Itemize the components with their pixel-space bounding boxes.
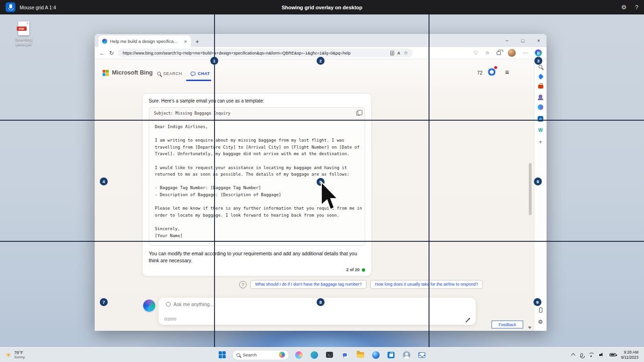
games-icon[interactable] <box>538 104 543 110</box>
bing-logo[interactable]: Microsoft Bing <box>103 69 153 76</box>
tab-chat[interactable]: CHAT <box>191 71 210 76</box>
terminal-app-button[interactable]: >_ <box>324 349 335 361</box>
add-favorite-star-icon[interactable]: ☆ <box>403 50 408 56</box>
grid-number-3: 3 <box>534 57 542 65</box>
grid-number-9: 9 <box>533 298 541 306</box>
page-scrollbar[interactable] <box>528 61 532 323</box>
bing-favicon <box>102 39 107 44</box>
new-tab-button[interactable]: + <box>195 38 199 45</box>
people-app-button[interactable] <box>401 349 412 361</box>
browser-essentials-icon[interactable]: ♡ <box>473 50 478 56</box>
people-icon[interactable] <box>539 95 542 98</box>
url-text: https://www.bing.com/search?q=Help+me+bu… <box>123 51 387 55</box>
microsoft-logo-icon <box>103 70 109 76</box>
bing-sidebar-icon[interactable] <box>535 49 542 56</box>
suggestion-chip[interactable]: What should I do if I don't have the bag… <box>250 280 367 289</box>
desktop-screen: Mouse grid A 1:4 Showing grid overlay on… <box>0 0 644 362</box>
character-counter: 0/2000 <box>164 317 176 321</box>
outlook-icon[interactable]: o <box>538 116 543 122</box>
mail-app-button[interactable] <box>416 349 428 361</box>
edge-browser-button[interactable] <box>370 349 381 361</box>
weather-condition: Sunny <box>14 355 25 360</box>
microphone-icon[interactable] <box>6 2 15 12</box>
tools-icon[interactable] <box>538 85 543 89</box>
browser-menu-ellipsis-icon[interactable]: ⋯ <box>523 50 528 56</box>
voice-access-title: Mouse grid A 1:4 <box>20 5 56 10</box>
scroll-down-arrow-icon[interactable] <box>528 327 532 329</box>
teams-chat-button[interactable] <box>339 349 351 361</box>
input-decoration-icon <box>166 302 171 307</box>
voice-access-status: Showing grid overlay on desktop <box>282 5 362 10</box>
pen-icon[interactable] <box>465 318 470 322</box>
tray-microphone-icon[interactable] <box>581 353 583 357</box>
terminal-icon: >_ <box>326 352 333 358</box>
sidebar-settings-icon[interactable]: ⚙ <box>538 319 543 325</box>
scrollbar-thumb[interactable] <box>529 163 532 215</box>
tray-chevron-up-icon[interactable] <box>571 353 575 358</box>
refresh-icon[interactable]: ↻ <box>109 50 114 56</box>
maximize-button[interactable]: □ <box>515 34 531 47</box>
sidebar-search-icon[interactable] <box>539 65 542 68</box>
wifi-icon[interactable] <box>588 353 594 357</box>
bing-chat-page: Microsoft Bing SEARCH CHAT 72 ≡ Sure. He… <box>95 59 534 331</box>
bing-chat-avatar[interactable] <box>143 300 155 312</box>
taskbar-search-box[interactable]: Search <box>232 350 289 360</box>
add-pane-icon[interactable]: + <box>539 139 542 145</box>
browser-tab[interactable]: Help me build a design specifica... × <box>98 35 191 47</box>
address-bar[interactable]: https://www.bing.com/search?q=Help+me+bu… <box>118 48 413 57</box>
email-body-text: Dear Indigo Airlines, I am writing to en… <box>149 119 365 245</box>
phone-link-icon[interactable] <box>539 307 542 313</box>
grid-number-1: 1 <box>210 57 218 65</box>
voice-help-icon[interactable]: ? <box>635 4 638 11</box>
hamburger-menu-icon[interactable]: ≡ <box>505 68 509 76</box>
weather-widget[interactable]: ☀ 78°F Sunny <box>0 350 30 360</box>
volume-icon[interactable] <box>599 353 604 357</box>
suggestion-chip[interactable]: How long does it usually take for the ai… <box>370 280 483 289</box>
mail-icon <box>418 352 425 358</box>
voice-access-bar: Mouse grid A 1:4 Showing grid overlay on… <box>0 0 644 14</box>
email-subject-line: Subject: Missing Baggage Inquiry <box>154 111 230 116</box>
taskbar-search-icon <box>236 353 240 357</box>
rewards-points[interactable]: 72 <box>477 70 483 75</box>
notification-dot <box>494 66 497 69</box>
file-explorer-button[interactable] <box>355 349 366 361</box>
microsoft-store-button[interactable] <box>386 349 397 361</box>
start-button[interactable] <box>217 349 228 361</box>
copy-icon[interactable] <box>356 111 360 116</box>
window-close-button[interactable]: × <box>531 34 547 47</box>
windows-logo-icon <box>219 351 226 359</box>
back-icon[interactable]: ← <box>99 50 105 56</box>
feedback-button[interactable]: Feedback <box>492 321 523 328</box>
answer-intro-text: Sure. Here's a sample email you can use … <box>149 98 365 103</box>
read-aloud-icon[interactable]: A <box>397 51 400 55</box>
pdf-file-icon: PDF <box>18 21 29 35</box>
grid-number-8: 8 <box>317 298 325 306</box>
chat-input[interactable] <box>173 300 374 309</box>
favorites-star-icon[interactable]: ☆ <box>485 50 490 56</box>
desktop-icon-boarding-pass[interactable]: PDF Boarding pass.pdf <box>8 21 39 46</box>
profile-avatar[interactable] <box>508 49 516 57</box>
collections-icon[interactable] <box>497 51 501 55</box>
grid-line-vertical <box>429 14 429 347</box>
system-tray: 9:28 AM 9/11/2023 <box>572 350 644 360</box>
wikipedia-icon[interactable]: W <box>538 128 542 133</box>
clock-time: 9:28 AM <box>624 350 638 355</box>
tab-close-icon[interactable]: × <box>184 39 187 44</box>
shopping-tag-icon[interactable] <box>538 74 544 80</box>
pdf-badge: PDF <box>17 27 27 31</box>
reading-mode-icon[interactable] <box>390 51 394 55</box>
taskbar-search-label: Search <box>243 352 276 357</box>
voice-settings-gear-icon[interactable]: ⚙ <box>621 4 627 11</box>
edge-dev-app-button[interactable] <box>309 349 320 361</box>
suggestion-row: ? What should I do if I don't have the b… <box>239 280 483 289</box>
grid-line-horizontal <box>0 120 644 121</box>
email-template-block: Subject: Missing Baggage Inquiry Dear In… <box>149 107 365 246</box>
desktop-icon-label: Boarding pass.pdf <box>8 37 39 46</box>
chat-bubble-icon <box>191 72 195 75</box>
chat-tab-underline <box>186 80 211 81</box>
taskbar-clock[interactable]: 9:28 AM 9/11/2023 <box>621 350 638 360</box>
copilot-app-button[interactable] <box>293 349 305 361</box>
minimize-button[interactable]: − <box>499 34 515 47</box>
tab-search[interactable]: SEARCH <box>157 71 182 76</box>
battery-icon[interactable] <box>609 353 616 356</box>
